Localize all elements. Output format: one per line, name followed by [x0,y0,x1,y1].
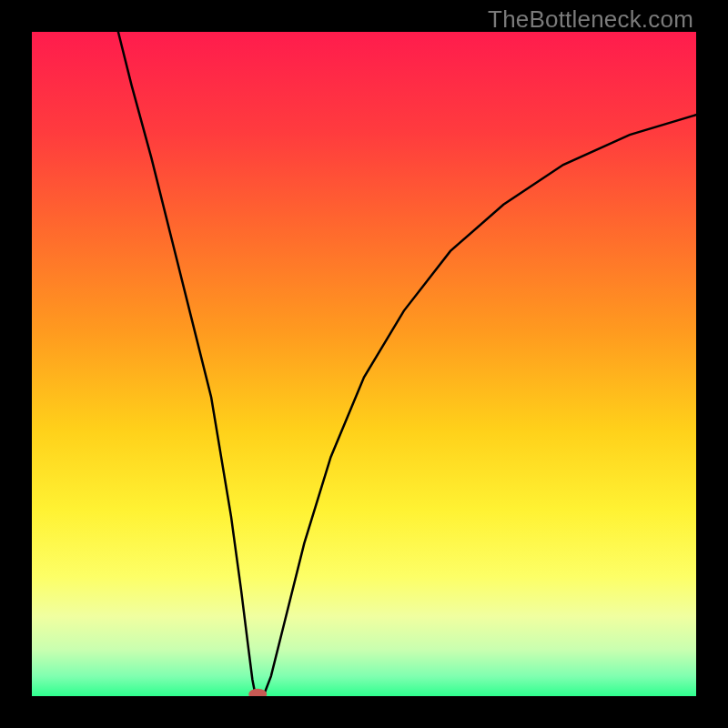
bottleneck-marker [248,689,267,696]
curve-left [118,32,255,693]
watermark-label: TheBottleneck.com [488,5,693,34]
curve-right [265,115,697,693]
plot-area [32,32,696,696]
chart-frame: TheBottleneck.com [0,0,728,728]
